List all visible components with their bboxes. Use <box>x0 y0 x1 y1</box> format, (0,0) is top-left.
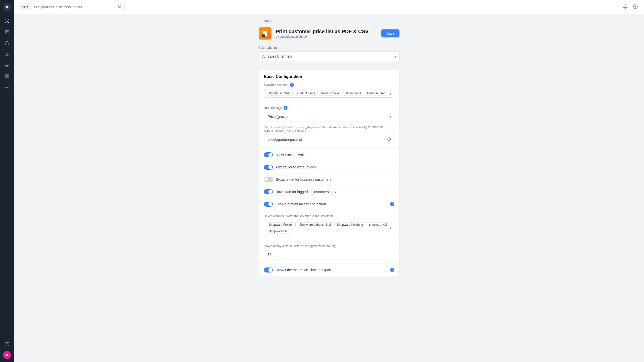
svg-rect-6 <box>7 75 9 76</box>
toggle-download-logged: Download for logged in customers only <box>259 186 399 198</box>
toggle-gross-net-label: Gross is net for business customers <box>275 177 394 182</box>
available-columns-info-icon[interactable]: i <box>290 83 294 87</box>
file-title-note: Title of the file (Example: "pricelist_s… <box>264 125 394 133</box>
sidebar-help[interactable] <box>2 339 12 349</box>
toggle-manufacturer-selection: Enable a manufacturer selection i <box>259 198 399 210</box>
svg-rect-7 <box>5 77 7 78</box>
manufacturer-select-area[interactable]: Shopware Freizeit Shopware Lebensmittel … <box>264 220 394 236</box>
file-age-label: How old may a file be before it is regen… <box>264 244 394 248</box>
svg-text:</>: </> <box>264 35 266 36</box>
mfr-tag-ag: shopware AG <box>367 222 389 227</box>
toggle-allow-excel-label: Allow Excel download <box>275 153 394 157</box>
svg-point-3 <box>6 53 8 54</box>
topbar: All ▾ <box>14 0 644 14</box>
manufacturer-info-icon[interactable]: i <box>390 202 394 206</box>
logo[interactable] <box>0 0 14 14</box>
toggle-manufacturer-label: Enable a manufacturer selection <box>275 202 388 206</box>
sales-channel-label: Sales Channel <box>259 46 399 50</box>
app-title: Print customer price list as PDF & CSV <box>276 29 377 34</box>
help-button[interactable] <box>632 3 639 11</box>
search-button[interactable] <box>115 3 125 11</box>
toggle-gross-net-switch[interactable] <box>264 177 273 182</box>
sidebar-item-marketing[interactable] <box>2 60 12 70</box>
search-input[interactable] <box>31 4 115 10</box>
file-title-section: Title of the file (Example: "pricelist_s… <box>259 125 399 148</box>
available-columns-input[interactable]: Product number Product name Product cove… <box>264 89 394 98</box>
rrp-select[interactable]: Price (gross) Price (net) <box>264 112 394 121</box>
toggle-expiration: Shows the expiration Time in export i <box>259 264 399 277</box>
manufacturer-select-label: Select manufacturefor the selection in t… <box>264 214 394 218</box>
column-tag-manufacturer: Manufacturer <box>365 91 387 96</box>
back-arrow-icon: ← <box>259 19 262 23</box>
search-filter-chevron: ▾ <box>26 5 28 9</box>
sales-channel-section: Sales Channel All Sales Channels ▾ <box>259 46 399 70</box>
expiration-info-icon[interactable]: i <box>390 268 394 272</box>
svg-rect-2 <box>5 30 9 34</box>
rrp-label: RRP Settings i <box>264 106 394 110</box>
manufacturer-chevron: ▾ <box>390 226 391 230</box>
basic-config-title: Basic Configuration <box>259 70 399 79</box>
sales-channel-select[interactable]: All Sales Channels <box>259 52 399 61</box>
toggle-add-devier: Add devier to excel prices <box>259 161 399 173</box>
basic-config-card: Basic Configuration Available columns i … <box>259 70 399 277</box>
toggle-allow-excel: Allow Excel download <box>259 149 399 161</box>
search-filter-select[interactable]: All ▾ <box>19 4 31 10</box>
column-tag-price-gross: Price gross <box>344 91 363 96</box>
toggle-expiration-label: Shows the expiration Time in export <box>275 268 388 272</box>
file-title-icon <box>387 137 391 142</box>
file-age-section: How old may a file be before it is regen… <box>259 240 399 263</box>
back-link[interactable]: ← Back <box>259 19 399 23</box>
toggle-manufacturer-switch[interactable] <box>264 202 273 207</box>
notifications-button[interactable] <box>622 3 629 11</box>
search-filter-label: All <box>22 5 25 9</box>
sidebar-bottom: A <box>2 339 12 362</box>
svg-point-11 <box>7 333 8 333</box>
available-columns-label: Available columns i <box>264 83 394 87</box>
toggle-add-devier-switch[interactable] <box>264 165 273 170</box>
sidebar-item-customers[interactable] <box>2 49 12 59</box>
file-age-input[interactable] <box>264 250 394 259</box>
toggle-add-devier-label: Add devier to excel prices <box>275 165 394 169</box>
file-title-input[interactable] <box>264 135 394 144</box>
toggle-download-logged-label: Download for logged in customers only <box>275 190 394 194</box>
mfr-tag-kleidung: Shopware Kleidung <box>335 222 365 227</box>
svg-rect-8 <box>7 77 9 78</box>
app-header: </> Print customer price list as PDF & C… <box>259 27 399 40</box>
column-tag-product-number: Product number <box>267 91 293 96</box>
mfr-tag-freizeit: Shopware Freizeit <box>267 222 296 227</box>
toggle-download-logged-switch[interactable] <box>264 189 273 194</box>
toggle-gross-net: Gross is net for business customers <box>259 173 399 186</box>
sidebar-item-more[interactable] <box>2 328 12 338</box>
toggle-expiration-switch[interactable] <box>264 267 273 273</box>
columns-chevron: ▾ <box>390 91 391 95</box>
svg-point-9 <box>7 87 8 88</box>
app-title-section: Print customer price list as PDF & CSV b… <box>276 29 377 38</box>
svg-point-4 <box>7 65 8 66</box>
main-area: All ▾ ← Back <box>14 0 644 362</box>
rrp-info-icon[interactable]: i <box>284 106 288 110</box>
search-container: All ▾ <box>19 3 125 11</box>
svg-rect-20 <box>264 34 266 34</box>
content-area: ← Back </> Print custom <box>14 14 644 362</box>
sidebar: A <box>0 0 14 362</box>
sidebar-item-settings[interactable] <box>2 82 12 93</box>
manufacturer-select-section: Select manufacturefor the selection in t… <box>259 210 399 240</box>
content-inner: ← Back </> Print custom <box>259 14 399 287</box>
app-subtitle: by codegiganten GmbH <box>276 35 377 38</box>
svg-point-14 <box>118 5 121 8</box>
file-title-input-wrapper <box>264 135 394 144</box>
user-avatar[interactable]: A <box>3 351 11 359</box>
svg-point-10 <box>7 331 8 332</box>
svg-point-12 <box>7 334 8 335</box>
sidebar-item-extensions[interactable] <box>2 71 12 81</box>
rrp-settings-section: RRP Settings i Price (gross) Price (net)… <box>259 102 399 125</box>
save-button[interactable]: Save <box>381 29 399 37</box>
sidebar-item-dashboard[interactable] <box>2 16 12 26</box>
sidebar-item-products[interactable] <box>2 38 12 48</box>
available-columns-section: Available columns i Product number Produ… <box>259 83 399 102</box>
app-icon: </> <box>259 27 272 40</box>
svg-rect-18 <box>264 32 266 32</box>
toggle-allow-excel-switch[interactable] <box>264 152 273 157</box>
sidebar-item-orders[interactable] <box>2 27 12 37</box>
sidebar-nav <box>0 14 14 339</box>
